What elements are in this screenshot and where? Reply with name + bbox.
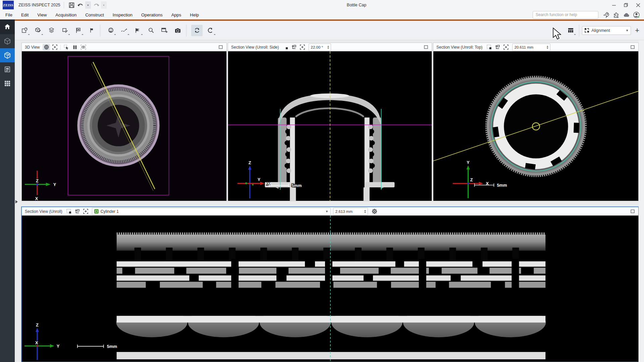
height-position-spinner[interactable]: 20.611 mm ▲▼ [512,44,550,51]
menu-edit[interactable]: Edit [17,12,33,17]
menu-operations[interactable]: Operations [137,12,167,17]
settings-button[interactable] [371,208,378,215]
unroll-toggle-button[interactable] [74,208,81,215]
pixel-region-button[interactable] [486,44,493,51]
undo-button[interactable] [76,1,85,9]
visibility-button[interactable] [79,44,87,51]
save-button[interactable] [67,1,76,9]
depth-spinner[interactable]: 2.613 mm ▲▼ [333,208,368,215]
zoom-fit-button[interactable] [299,44,306,51]
unroll-toggle-button[interactable] [494,44,501,51]
menu-file[interactable]: File [0,12,17,17]
workspace-layout-button[interactable] [565,25,576,36]
minimize-icon [612,3,616,7]
close-button[interactable] [632,0,644,10]
axis-label-y: Y [467,160,470,165]
ct-top-slice [485,76,587,177]
select-tool-button[interactable] [63,44,70,51]
label-flag-button[interactable] [132,25,143,36]
unroll-toggle-button[interactable] [290,44,298,51]
sidebar-item-home[interactable] [0,19,15,34]
measurement-series-button[interactable] [19,25,30,36]
gear-icon [372,208,377,214]
maximize-view-button[interactable] [629,208,636,215]
refresh-button[interactable] [191,25,203,36]
addons-button[interactable] [611,10,621,19]
search-input[interactable] [533,11,598,19]
scale-label: 5mm [107,344,117,349]
sidebar-item-report[interactable] [0,62,15,76]
chevron-down-icon: ▼ [626,29,629,32]
edit-mesh-button[interactable] [32,25,44,36]
layers-icon [48,27,55,34]
clip-region-button[interactable] [59,25,70,36]
menu-view[interactable]: View [33,12,51,17]
maximize-view-button[interactable] [629,44,636,51]
view-sphere-button[interactable] [105,25,116,36]
element-dropdown-value: Cylinder 1 [101,209,119,214]
unroll-icon [75,209,80,214]
sidebar-item-inspection[interactable] [0,48,15,62]
add-view-button[interactable]: + [635,27,639,34]
fit-view-icon [52,45,57,50]
menu-apps[interactable]: Apps [167,12,186,17]
rotation-angle-spinner[interactable]: 22.00 ° ▲▼ [309,44,331,51]
zeiss-inspect-window: ZEISS ZEISS INSPECT 2025 ▾ ▾ Bottle Cap [0,0,644,362]
image-marker-button[interactable] [72,25,84,36]
canvas-section-unroll[interactable]: Z Y X 5mm [22,216,638,362]
pixel-region-button[interactable] [282,44,289,51]
puzzle-icon [613,12,620,18]
maximize-icon [424,45,428,49]
spinner-down[interactable]: ▼ [546,47,549,49]
redo-button[interactable] [92,1,101,9]
zoom-fit-button[interactable] [502,44,510,51]
canvas-section-side[interactable]: Z Y X 5mm [228,51,432,201]
sidebar-item-data[interactable] [0,34,15,48]
maximize-view-button[interactable] [422,44,430,51]
menu-acquisition[interactable]: Acquisition [51,12,81,17]
spinner-down[interactable]: ▼ [327,47,329,49]
small-flag-button[interactable] [86,25,97,36]
apps-grid-icon [4,80,11,87]
alignment-dropdown[interactable]: Alignment ▼ [582,26,631,35]
add-snapshot-button[interactable] [159,25,170,36]
redo-dropdown[interactable]: ▾ [101,1,107,9]
reset-view-button[interactable] [205,25,216,36]
menu-inspection[interactable]: Inspection [108,12,137,17]
sidebar-item-apps[interactable] [0,76,15,90]
splitter-collapse-arrow[interactable] [15,200,18,203]
menu-construct[interactable]: Construct [81,12,108,17]
whats-new-button[interactable] [601,10,611,19]
restore-button[interactable] [620,0,632,10]
titlebar-separator [64,2,64,8]
zoom-search-button[interactable] [145,25,157,36]
section-polyline-button[interactable] [118,25,130,36]
magnifier-icon [148,27,154,34]
account-button[interactable] [631,10,641,19]
canvas-3d-view[interactable]: Z Y X [22,51,226,201]
spinner-down[interactable]: ▼ [364,212,366,214]
maximize-view-button[interactable] [217,44,224,51]
eye-icon [80,45,86,50]
pixel-region-button[interactable] [65,208,73,215]
minimize-button[interactable] [608,0,620,10]
measurement-series-icon [21,27,28,34]
undo-dropdown[interactable]: ▾ [85,1,91,9]
compare-split-button[interactable] [71,44,78,51]
menu-help[interactable]: Help [185,12,203,17]
screenshot-button[interactable] [172,25,183,36]
element-dropdown[interactable]: Cylinder 1 ▼ [92,208,331,215]
layers-button[interactable] [46,25,57,36]
reset-view-icon [207,27,214,34]
restore-icon [624,3,628,7]
save-icon [69,2,74,8]
cloud-button[interactable] [621,10,631,19]
canvas-section-top[interactable]: Y Z X 5mm [433,51,638,201]
bottle-cap-top-3d [77,84,159,167]
fit-view-icon [300,45,305,50]
zoom-fit-button[interactable] [82,208,90,215]
zoom-fit-button[interactable] [51,44,58,51]
grid-sphere-toggle[interactable] [43,44,50,51]
panel-section-top-header: Section View (Unroll: Top) [433,43,638,52]
axis-label-x: X [35,196,38,201]
